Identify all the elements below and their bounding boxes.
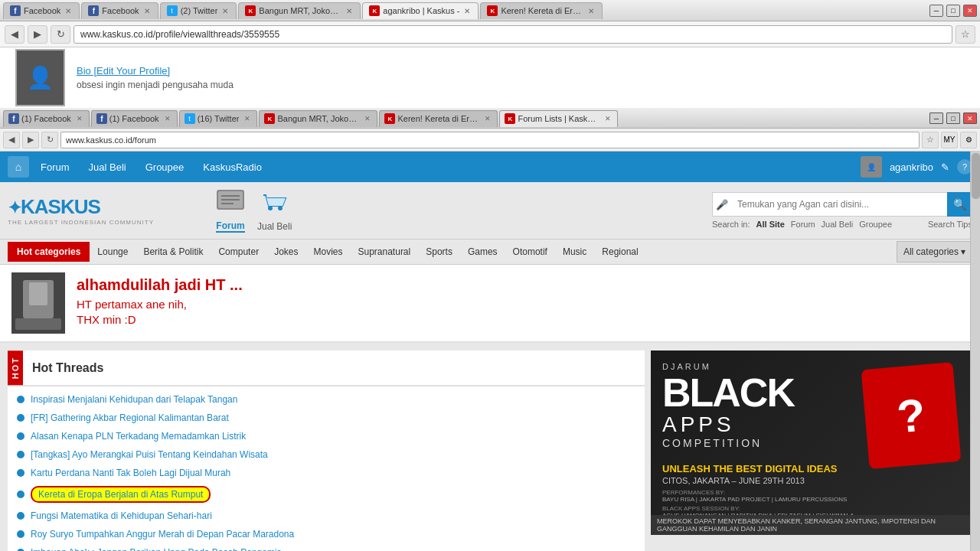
kaskus-search-input[interactable] xyxy=(731,199,947,210)
username-label: agankribo xyxy=(890,161,933,173)
nav-forum-link[interactable]: Forum xyxy=(33,155,77,179)
tab-mrt[interactable]: K Bangun MRT, Jokowi ... ✕ xyxy=(238,2,361,19)
site-nav-right: 👤 agankribo ✎ ? xyxy=(861,156,972,178)
cat-supranatural[interactable]: Supranatural xyxy=(351,242,419,262)
cat-regional[interactable]: Regional xyxy=(594,242,645,262)
search-option-allsite[interactable]: All Site xyxy=(756,220,785,229)
cat-hot[interactable]: Hot categories xyxy=(8,242,90,262)
tab-kereta-close[interactable]: ✕ xyxy=(586,7,596,15)
refresh-btn-2[interactable]: ↻ xyxy=(41,132,58,148)
tab-fb1-close[interactable]: ✕ xyxy=(64,7,73,15)
minimize-btn-2[interactable]: ─ xyxy=(929,112,943,124)
forward-btn-2[interactable]: ▶ xyxy=(22,132,39,148)
nav-kaskusradio-link[interactable]: KaskusRadio xyxy=(195,155,270,179)
cat-movies[interactable]: Movies xyxy=(305,242,350,262)
tab2-kereta-close[interactable]: ✕ xyxy=(483,115,492,122)
tab2-mrt-close[interactable]: ✕ xyxy=(363,115,372,122)
tab-tw[interactable]: t (2) Twitter ✕ xyxy=(160,2,237,19)
tab-tw-close[interactable]: ✕ xyxy=(220,7,230,15)
tab2-fb1-close[interactable]: ✕ xyxy=(75,115,84,122)
cat-lounge[interactable]: Lounge xyxy=(90,242,136,262)
hot-link-9[interactable]: Imbauan Ahok : Jangan Berikan Uang Pada … xyxy=(31,547,282,551)
cat-computer[interactable]: Computer xyxy=(211,242,266,262)
search-tips-link[interactable]: Search Tips xyxy=(928,220,972,229)
hot-link-8[interactable]: Roy Suryo Tumpahkan Anggur Merah di Depa… xyxy=(31,529,294,540)
minimize-btn-1[interactable]: ─ xyxy=(929,5,943,17)
close-btn-1[interactable]: ✕ xyxy=(963,5,977,17)
tab-kereta[interactable]: K Keren! Kereta di Eropa... ✕ xyxy=(480,2,603,19)
cat-jokes[interactable]: Jokes xyxy=(266,242,305,262)
cat-games[interactable]: Games xyxy=(460,242,505,262)
edit-profile-icon[interactable]: ✎ xyxy=(941,161,949,173)
cat-music[interactable]: Music xyxy=(555,242,594,262)
search-option-forum[interactable]: Forum xyxy=(791,220,815,229)
cat-sports[interactable]: Sports xyxy=(418,242,460,262)
nav-jualbeli-link[interactable]: Jual Beli xyxy=(81,155,134,179)
search-option-jualbeli[interactable]: Jual Beli xyxy=(822,220,854,229)
tab2-forum[interactable]: K Forum Lists | Kaskus - The... ✕ xyxy=(499,110,618,127)
ks-favicon-agank: K xyxy=(369,5,380,16)
cat-otomotif[interactable]: Otomotif xyxy=(505,242,555,262)
back-btn-1[interactable]: ◀ xyxy=(5,25,24,44)
bookmark-btn-1[interactable]: ☆ xyxy=(956,25,975,44)
ht-line3: THX min :D xyxy=(77,313,969,326)
tab-mrt-close[interactable]: ✕ xyxy=(345,7,354,15)
tab-fb2[interactable]: f Facebook ✕ xyxy=(81,2,158,19)
nav-groupee-link[interactable]: Groupee xyxy=(138,155,192,179)
tab2-fb2-close[interactable]: ✕ xyxy=(163,115,172,122)
tab2-fb2-label: (1) Facebook xyxy=(109,114,159,123)
hot-link-7[interactable]: Fungsi Matematika di Kehidupan Sehari-ha… xyxy=(31,510,212,521)
back-btn-2[interactable]: ◀ xyxy=(3,132,20,148)
tab2-forum-close[interactable]: ✕ xyxy=(603,115,612,122)
kaskus-nav-icons: Forum Jual Beli xyxy=(215,188,292,233)
myid-btn[interactable]: MY xyxy=(941,132,958,148)
hot-link-4[interactable]: [Tangkas] Ayo Merangkai Puisi Tentang Ke… xyxy=(31,449,268,460)
address-bar-2[interactable]: www.kaskus.co.id/forum xyxy=(60,132,920,148)
kaskus-search-box: 🎤 🔍 xyxy=(712,192,972,217)
tab2-tw-close[interactable]: ✕ xyxy=(243,115,252,122)
scrollbar-thumb[interactable] xyxy=(972,153,980,199)
tab2-fb1[interactable]: f (1) Facebook ✕ xyxy=(3,110,90,127)
address-bar-1[interactable]: www.kaskus.co.id/profile/viewallthreads/… xyxy=(74,25,952,44)
tab2-fb2[interactable]: f (1) Facebook ✕ xyxy=(91,110,178,127)
bookmark-btn-2[interactable]: ☆ xyxy=(922,132,939,148)
hot-link-3[interactable]: Alasan Kenapa PLN Terkadang Memadamkan L… xyxy=(31,431,246,442)
kaskus-logo: ✦KASKUS THE LARGEST INDONESIAN COMMUNITY xyxy=(8,195,154,226)
tab2-tw[interactable]: t (16) Twitter ✕ xyxy=(179,110,258,127)
tab-agank[interactable]: K agankribo | Kaskus - ✕ xyxy=(362,2,479,19)
cat-all-btn[interactable]: All categories ▾ xyxy=(897,241,972,262)
hot-link-6[interactable]: Kereta di Eropa Berjalan di Atas Rumput xyxy=(31,486,211,503)
maximize-btn-1[interactable]: □ xyxy=(946,5,960,17)
kaskus-logo-text: ✦KASKUS xyxy=(8,195,154,219)
jualbeli-nav-icon[interactable]: Jual Beli xyxy=(257,189,292,232)
maximize-btn-2[interactable]: □ xyxy=(946,112,960,124)
hot-link-2[interactable]: [FR] Gathering Akbar Regional Kalimantan… xyxy=(31,412,229,423)
forward-btn-1[interactable]: ▶ xyxy=(28,25,47,44)
second-browser-window: f (1) Facebook ✕ f (1) Facebook ✕ t (16)… xyxy=(0,109,980,551)
hot-item-3: Alasan Kenapa PLN Terkadang Memadamkan L… xyxy=(8,427,645,445)
cat-berita[interactable]: Berita & Politik xyxy=(136,242,211,262)
scrollbar-track[interactable] xyxy=(970,152,980,551)
profile-bio-link[interactable]: Bio [Edit Your Profile] xyxy=(77,65,234,77)
first-browser-titlebar: f Facebook ✕ f Facebook ✕ t (2) Twitter … xyxy=(0,0,980,21)
hot-link-1[interactable]: Inspirasi Menjalani Kehidupan dari Telap… xyxy=(31,394,237,405)
jualbeli-icon-shape xyxy=(260,189,290,221)
search-option-groupee[interactable]: Groupee xyxy=(859,220,892,229)
tab2-kereta[interactable]: K Keren! Kereta di Eropa Be... ✕ xyxy=(379,110,498,127)
forum-nav-icon[interactable]: Forum xyxy=(215,188,246,233)
second-browser-titlebar: f (1) Facebook ✕ f (1) Facebook ✕ t (16)… xyxy=(0,109,980,129)
kaskus-logo-subtitle: THE LARGEST INDONESIAN COMMUNITY xyxy=(8,219,154,226)
tab-agank-close[interactable]: ✕ xyxy=(462,7,472,15)
tab-fb2-close[interactable]: ✕ xyxy=(142,7,152,15)
home-icon[interactable]: ⌂ xyxy=(8,156,29,178)
search-submit-btn[interactable]: 🔍 xyxy=(947,192,972,217)
refresh-btn-1[interactable]: ↻ xyxy=(51,25,70,44)
close-btn-2[interactable]: ✕ xyxy=(963,112,977,124)
kaskus-logo-k: ✦ xyxy=(8,198,21,217)
tab2-mrt[interactable]: K Bangun MRT, Jokowi Har... ✕ xyxy=(259,110,377,127)
mic-icon[interactable]: 🎤 xyxy=(713,199,731,210)
settings-btn-2[interactable]: ⚙ xyxy=(960,132,977,148)
hot-link-5[interactable]: Kartu Perdana Nanti Tak Boleh Lagi Dijua… xyxy=(31,468,230,478)
tab-fb1[interactable]: f Facebook ✕ xyxy=(3,2,80,19)
bullet-2 xyxy=(17,414,24,422)
